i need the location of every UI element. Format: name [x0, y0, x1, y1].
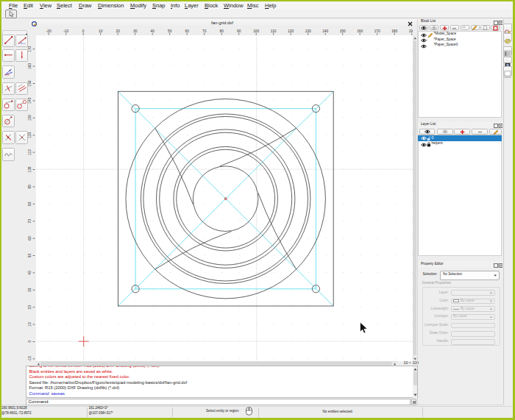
- svg-text:150: 150: [340, 29, 346, 33]
- svg-text:80: 80: [220, 29, 224, 33]
- svg-text:-10: -10: [63, 29, 68, 33]
- svg-text:160: 160: [357, 29, 363, 33]
- svg-text:30: 30: [28, 288, 32, 292]
- svg-text:60: 60: [28, 236, 32, 241]
- svg-text:90: 90: [237, 29, 241, 33]
- svg-text:130: 130: [305, 29, 311, 33]
- svg-text:170: 170: [28, 46, 32, 51]
- svg-text:150: 150: [28, 80, 32, 86]
- svg-text:30: 30: [133, 29, 138, 33]
- svg-text:-20: -20: [46, 29, 52, 33]
- svg-text:-10: -10: [28, 356, 32, 361]
- svg-text:160: 160: [28, 63, 32, 69]
- svg-text:100: 100: [28, 166, 32, 172]
- svg-text:130: 130: [28, 115, 32, 121]
- svg-text:140: 140: [28, 98, 32, 104]
- svg-text:20: 20: [28, 305, 32, 310]
- svg-text:180: 180: [391, 29, 397, 33]
- svg-text:50: 50: [28, 254, 32, 258]
- svg-text:70: 70: [202, 29, 207, 33]
- svg-text:0: 0: [28, 341, 32, 343]
- svg-text:40: 40: [151, 29, 155, 33]
- svg-text:110: 110: [28, 149, 32, 155]
- svg-text:10: 10: [28, 322, 32, 327]
- svg-text:90: 90: [28, 185, 32, 189]
- svg-text:110: 110: [271, 29, 277, 33]
- svg-text:20: 20: [116, 29, 121, 33]
- svg-text:100: 100: [253, 29, 259, 33]
- svg-text:190: 190: [409, 29, 413, 33]
- svg-text:120: 120: [28, 132, 32, 138]
- svg-text:60: 60: [185, 29, 190, 33]
- svg-text:40: 40: [28, 271, 32, 275]
- svg-text:0: 0: [82, 29, 85, 33]
- svg-text:120: 120: [288, 29, 294, 33]
- svg-text:170: 170: [374, 29, 380, 33]
- svg-text:70: 70: [28, 219, 32, 224]
- svg-text:10: 10: [99, 29, 103, 33]
- svg-text:80: 80: [28, 202, 32, 206]
- svg-text:140: 140: [322, 29, 328, 33]
- svg-text:50: 50: [168, 29, 172, 33]
